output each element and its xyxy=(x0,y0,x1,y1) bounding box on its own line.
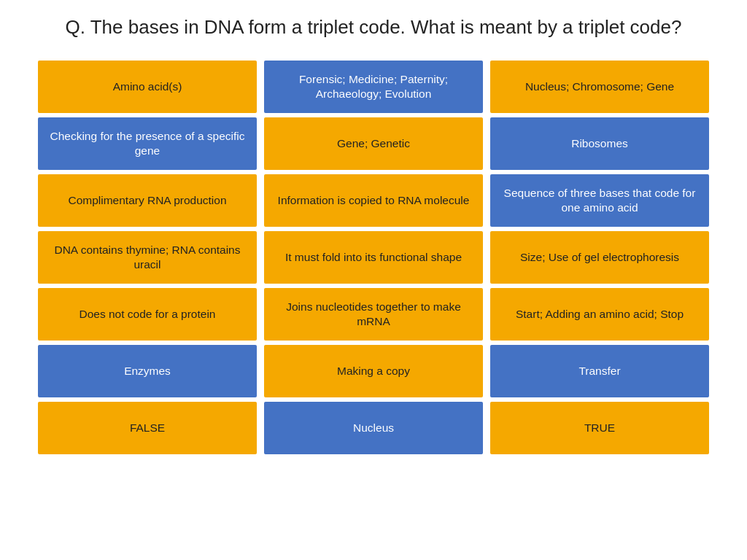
page-title: Q. The bases in DNA form a triplet code.… xyxy=(66,15,682,40)
cell-col3-row7: TRUE xyxy=(490,402,709,454)
cell-col3-row4: Size; Use of gel electrophoresis xyxy=(490,231,709,284)
cell-col1-row7: FALSE xyxy=(38,402,257,454)
column-2: Forensic; Medicine; Paternity; Archaeolo… xyxy=(264,61,483,454)
column-3: Nucleus; Chromosome; GeneRibosomesSequen… xyxy=(490,61,709,454)
cell-col3-row2: Ribosomes xyxy=(490,117,709,170)
cell-col1-row3: Complimentary RNA production xyxy=(38,174,257,227)
column-1: Amino acid(s)Checking for the presence o… xyxy=(38,61,257,454)
cell-col2-row2: Gene; Genetic xyxy=(264,117,483,170)
cell-col1-row6: Enzymes xyxy=(38,345,257,397)
cell-col3-row5: Start; Adding an amino acid; Stop xyxy=(490,288,709,341)
cell-col1-row1: Amino acid(s) xyxy=(38,61,257,113)
cell-col3-row6: Transfer xyxy=(490,345,709,397)
cell-col2-row5: Joins nucleotides together to make mRNA xyxy=(264,288,483,341)
cell-col3-row1: Nucleus; Chromosome; Gene xyxy=(490,61,709,113)
cell-col2-row3: Information is copied to RNA molecule xyxy=(264,174,483,227)
cell-col2-row6: Making a copy xyxy=(264,345,483,397)
cell-col2-row1: Forensic; Medicine; Paternity; Archaeolo… xyxy=(264,61,483,113)
main-grid: Amino acid(s)Checking for the presence o… xyxy=(22,61,725,454)
cell-col1-row5: Does not code for a protein xyxy=(38,288,257,341)
cell-col1-row4: DNA contains thymine; RNA contains uraci… xyxy=(38,231,257,284)
cell-col2-row7: Nucleus xyxy=(264,402,483,454)
cell-col1-row2: Checking for the presence of a specific … xyxy=(38,117,257,170)
cell-col2-row4: It must fold into its functional shape xyxy=(264,231,483,284)
cell-col3-row3: Sequence of three bases that code for on… xyxy=(490,174,709,227)
